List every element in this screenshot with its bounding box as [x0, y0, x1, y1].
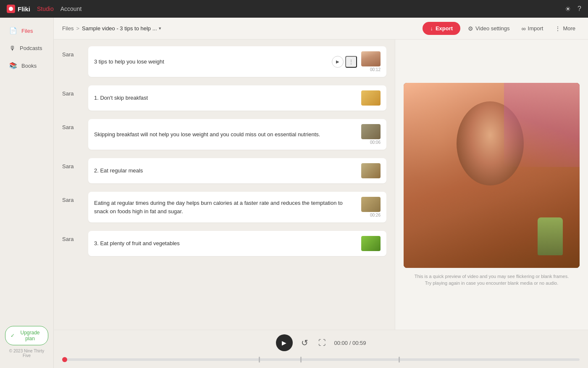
breadcrumb-separator: >	[76, 25, 79, 32]
scene-thumbnail	[361, 90, 381, 106]
timeline-marker-2	[300, 357, 302, 363]
sidebar-item-podcasts-label: Podcasts	[20, 45, 42, 51]
scene-thumbnail	[361, 163, 381, 178]
glass-element	[538, 217, 563, 255]
scene-play-button[interactable]: ▶	[332, 56, 344, 68]
video-settings-button[interactable]: ⚙ Video settings	[464, 23, 514, 34]
theme-toggle-icon[interactable]: ☀	[565, 5, 571, 13]
timeline-marker-3	[399, 357, 400, 363]
export-icon: ↓	[430, 25, 433, 32]
breadcrumb: Files > Sample video - 3 tips to help ..…	[62, 25, 423, 32]
playback-controls: ▶ ↺ ⛶ 00:00 / 00:59	[62, 334, 580, 351]
video-disclaimer: This is a quick preview of video and you…	[404, 273, 580, 287]
scene-content[interactable]: Eating at regular times during the day h…	[88, 192, 386, 222]
help-icon[interactable]: ?	[578, 5, 581, 13]
scene-text: 3 tips to help you lose weight	[94, 58, 328, 66]
scene-content[interactable]: 2. Eat regular meals	[88, 158, 386, 183]
breadcrumb-actions: ↓ Export ⚙ Video settings ∞ Import ⋮ Mor…	[423, 22, 580, 35]
scene-text: 1. Don't skip breakfast	[94, 94, 357, 102]
scene-text: 3. Eat plenty of fruit and vegetables	[94, 239, 357, 248]
sidebar-item-podcasts[interactable]: 🎙 Podcasts	[3, 40, 51, 56]
video-settings-icon: ⚙	[468, 25, 473, 32]
upgrade-plan-label: Upgrade plan	[17, 330, 43, 342]
app-name: Fliki	[18, 5, 30, 13]
logo-icon	[7, 5, 15, 13]
video-preview-area: This is a quick preview of video and you…	[395, 40, 588, 330]
scene-content[interactable]: Skipping breakfast will not help you los…	[88, 119, 386, 150]
content-area: Files > Sample video - 3 tips to help ..…	[54, 18, 588, 368]
breadcrumb-dropdown-icon: ▾	[159, 26, 161, 31]
scene-content[interactable]: 3. Eat plenty of fruit and vegetables	[88, 231, 386, 256]
scene-thumb-wrapper	[361, 236, 381, 251]
svg-point-0	[9, 7, 13, 11]
import-button[interactable]: ∞ Import	[517, 23, 548, 34]
nav-studio[interactable]: Studio	[37, 5, 54, 12]
breadcrumb-current-label: Sample video - 3 tips to help ...	[82, 25, 157, 32]
upgrade-plan-button[interactable]: ✓ Upgrade plan	[5, 326, 48, 345]
scene-speaker: Sara	[62, 119, 83, 130]
scene-content[interactable]: 1. Don't skip breakfast	[88, 85, 386, 111]
sidebar-item-files-label: Files	[21, 28, 33, 34]
play-button[interactable]: ▶	[276, 334, 293, 351]
fullscreen-button[interactable]: ⛶	[317, 337, 328, 349]
scene-text: 2. Eat regular meals	[94, 167, 357, 175]
scene-speaker: Sara	[62, 158, 83, 169]
sidebar-item-books-label: Books	[21, 63, 37, 69]
replay-icon: ↺	[301, 338, 308, 347]
scene-more-button[interactable]: ⋮	[345, 56, 357, 68]
breadcrumb-current-page[interactable]: Sample video - 3 tips to help ... ▾	[82, 25, 161, 32]
files-icon: 📄	[9, 27, 17, 34]
scene-thumbnail	[361, 197, 381, 212]
timeline-marker-1	[259, 357, 260, 363]
scene-time: 00:06	[370, 140, 381, 145]
panels: Sara 3 tips to help you lose weight ▶ ⋮ …	[54, 40, 588, 330]
sidebar-item-books[interactable]: 📚 Books	[3, 58, 51, 74]
scene-speaker: Sara	[62, 46, 83, 58]
export-button[interactable]: ↓ Export	[423, 22, 460, 35]
upgrade-check-icon: ✓	[10, 333, 15, 339]
app-logo: Fliki	[7, 5, 30, 13]
more-button[interactable]: ⋮ More	[551, 23, 580, 34]
nav-account[interactable]: Account	[60, 5, 82, 12]
scene-speaker: Sara	[62, 85, 83, 97]
preview-panel: This is a quick preview of video and you…	[395, 40, 588, 330]
scene-thumbnail	[361, 51, 381, 66]
scene-speaker: Sara	[62, 192, 83, 203]
timeline[interactable]	[62, 355, 580, 364]
scene-row: Sara 3 tips to help you lose weight ▶ ⋮ …	[62, 46, 386, 77]
replay-button[interactable]: ↺	[299, 336, 310, 349]
bottom-controls: ▶ ↺ ⛶ 00:00 / 00:59	[54, 330, 588, 368]
copyright-text: © 2023 Nine Thirty Five	[5, 349, 48, 358]
sidebar-item-files[interactable]: 📄 Files	[3, 23, 51, 39]
video-settings-label: Video settings	[475, 25, 509, 32]
sidebar: 📄 Files 🎙 Podcasts 📚 Books ✓ Upgrade pla…	[0, 18, 54, 368]
books-icon: 📚	[9, 62, 17, 69]
scene-text: Skipping breakfast will not help you los…	[94, 130, 357, 139]
fullscreen-icon: ⛶	[318, 339, 326, 347]
scene-row: Sara 2. Eat regular meals	[62, 158, 386, 183]
scene-time: 00:26	[370, 213, 381, 217]
scene-thumb-wrapper	[361, 90, 381, 106]
time-display: 00:00 / 00:59	[334, 340, 366, 346]
scene-row: Sara Eating at regular times during the …	[62, 192, 386, 222]
scene-actions: ▶ ⋮	[332, 56, 357, 68]
top-navigation: Fliki Studio Account ☀ ?	[0, 0, 588, 18]
scene-thumb-wrapper: 00:26	[361, 197, 381, 217]
scene-thumbnail	[361, 236, 381, 251]
timeline-playhead[interactable]	[62, 357, 67, 362]
scene-row: Sara 3. Eat plenty of fruit and vegetabl…	[62, 231, 386, 256]
scene-content[interactable]: 3 tips to help you lose weight ▶ ⋮ 00:12	[88, 46, 386, 77]
export-label: Export	[436, 25, 453, 32]
bg-accent-right	[504, 83, 580, 167]
scene-thumb-wrapper: 00:12	[361, 51, 381, 72]
play-icon: ▶	[282, 339, 286, 346]
import-icon: ∞	[522, 25, 526, 32]
timeline-track	[62, 358, 580, 361]
scene-row: Sara 1. Don't skip breakfast	[62, 85, 386, 111]
video-frame	[404, 83, 580, 268]
sidebar-bottom: ✓ Upgrade plan © 2023 Nine Thirty Five	[0, 321, 53, 363]
more-icon: ⋮	[555, 25, 561, 32]
import-label: Import	[528, 25, 543, 32]
script-panel: Sara 3 tips to help you lose weight ▶ ⋮ …	[54, 40, 395, 330]
breadcrumb-files-link[interactable]: Files	[62, 25, 74, 32]
